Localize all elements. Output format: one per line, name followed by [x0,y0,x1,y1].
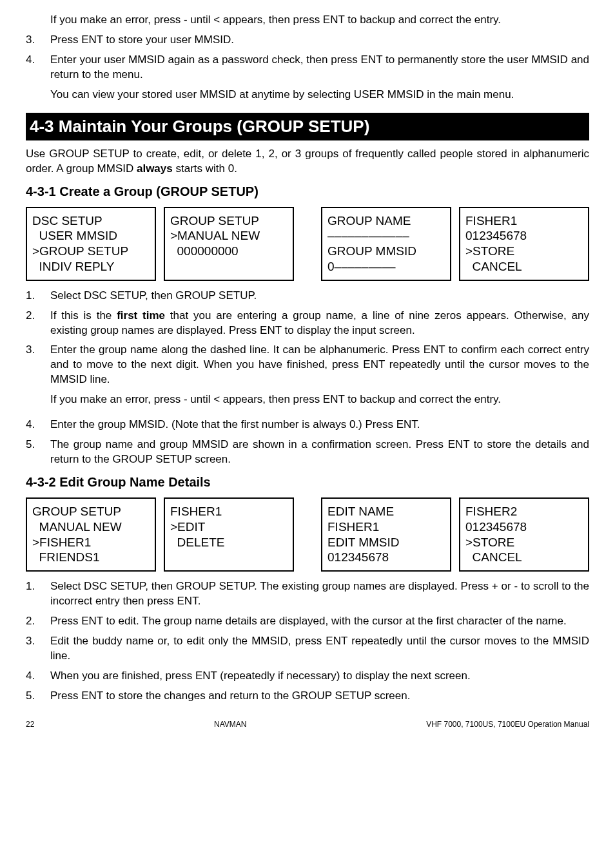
intro-li4: Enter your user MMSID again as a passwor… [50,53,589,108]
list-num: 3. [26,634,50,664]
section43-p1-bold: always [137,162,173,175]
list-num: 4. [26,669,50,684]
intro-li3: Press ENT to store your user MMSID. [50,33,589,48]
list-num: 3. [26,33,50,48]
s431-li1: Select DSC SETUP, then GROUP SETUP. [50,289,589,304]
screen-edit-name: EDIT NAME FISHER1 EDIT MMSID 012345678 [321,497,451,572]
footer-center: NAVMAN [214,719,246,729]
list-num: 4. [26,418,50,432]
sub-432-title: 4-3-2 Edit Group Name Details [26,474,589,491]
s431-li2: If this is the first time that you are e… [50,309,589,338]
list-num: 1. [26,289,50,304]
list-num: 5. [26,689,50,704]
s431-li2-bold: first time [117,309,165,322]
s431-li5: The group name and group MMSID are shown… [50,438,589,467]
s432-li2: Press ENT to edit. The group name detail… [50,614,589,629]
list-num: 3. [26,343,50,412]
screen-fisher2-store: FISHER2 012345678 >STORE CANCEL [459,497,589,572]
list-num: 1. [26,579,50,609]
screen-group-setup-2: GROUP SETUP MANUAL NEW >FISHER1 FRIENDS1 [26,497,156,572]
section43-p1a: Use GROUP SETUP to create, edit, or dele… [26,148,589,175]
sub-431-title: 4-3-1 Create a Group (GROUP SETUP) [26,183,589,200]
page-footer: 22 NAVMAN VHF 7000, 7100US, 7100EU Opera… [26,719,589,729]
s431-li3-wrap: Enter the group name along the dashed li… [50,343,589,412]
footer-right: VHF 7000, 7100US, 7100EU Operation Manua… [426,719,589,729]
section-4-3-title: 4-3 Maintain Your Groups (GROUP SETUP) [26,113,589,140]
s432-screens: GROUP SETUP MANUAL NEW >FISHER1 FRIENDS1… [26,497,589,572]
section43-p1b: starts with 0. [173,162,237,175]
s431-li3: Enter the group name along the dashed li… [50,343,589,387]
s432-li3: Edit the buddy name or, to edit only the… [50,634,589,664]
list-num: 2. [26,614,50,629]
screen-group-setup: GROUP SETUP >MANUAL NEW 000000000 [164,207,294,281]
s431-li3-err: If you make an error, press - until < ap… [50,392,589,407]
s431-li2a: If this is the [50,309,117,322]
s432-list: 1. Select DSC SETUP, then GROUP SETUP. T… [26,579,589,704]
s431-li4: Enter the group MMSID. (Note that the fi… [50,418,589,432]
screen-fisher1-edit: FISHER1 >EDIT DELETE [164,497,294,572]
section43-p1: Use GROUP SETUP to create, edit, or dele… [26,147,589,177]
screen-dsc-setup: DSC SETUP USER MMSID >GROUP SETUP INDIV … [26,207,156,281]
list-num: 5. [26,438,50,467]
s432-li4: When you are finished, press ENT (repeat… [50,669,589,684]
s432-li5: Press ENT to store the changes and retur… [50,689,589,704]
s431-list: 1. Select DSC SETUP, then GROUP SETUP. 2… [26,289,589,467]
intro-li4b: You can view your stored user MMSID at a… [50,88,589,102]
footer-page: 22 [26,719,34,729]
screen-spacer [302,207,313,281]
intro-list: 3. Press ENT to store your user MMSID. 4… [26,33,589,108]
intro-error-para: If you make an error, press - until < ap… [50,13,589,28]
list-num: 2. [26,309,50,338]
intro-li4a: Enter your user MMSID again as a passwor… [50,53,589,82]
s431-screens: DSC SETUP USER MMSID >GROUP SETUP INDIV … [26,207,589,281]
s432-li1: Select DSC SETUP, then GROUP SETUP. The … [50,579,589,609]
screen-fisher1-store: FISHER1 012345678 >STORE CANCEL [459,207,589,281]
screen-group-name: GROUP NAME –––––––––––– GROUP MMSID 0–––… [321,207,451,281]
screen-spacer [302,497,313,572]
list-num: 4. [26,53,50,108]
